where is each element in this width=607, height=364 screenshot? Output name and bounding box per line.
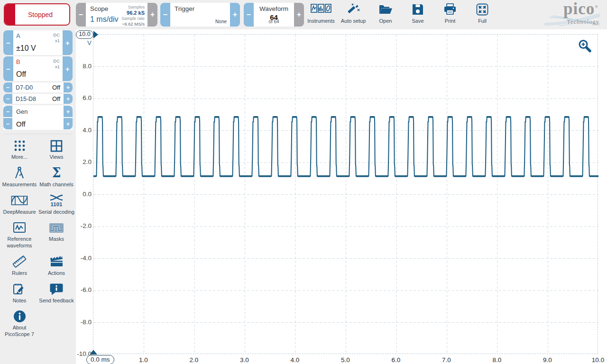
x-tick-label: 1.0 bbox=[129, 356, 159, 364]
channel-b-body[interactable]: B DC x1 Off bbox=[13, 56, 63, 81]
channel-b-increase-button[interactable]: + bbox=[63, 56, 73, 81]
channel-a-axis-arrow-icon bbox=[93, 31, 98, 38]
y-tick-label: -6.0 bbox=[76, 286, 92, 294]
sidebar-tool-label: Actions bbox=[48, 270, 65, 277]
toolbar-label: Auto setup bbox=[341, 18, 366, 24]
channel-a-body[interactable]: A DC x1 ±10 V bbox=[13, 30, 63, 55]
sidebar-tool-about-picoscope-7[interactable]: About PicoScope 7 bbox=[1, 310, 38, 338]
d7-d0-increase-button[interactable]: + bbox=[64, 82, 73, 92]
toolbar-button-full[interactable]: Full bbox=[469, 2, 496, 24]
y-tick-label: -2.0 bbox=[76, 222, 92, 230]
run-state-label: Stopped bbox=[28, 11, 53, 18]
sidebar-tool-label: Math channels bbox=[39, 182, 74, 188]
waveform-previous-button[interactable]: − bbox=[244, 3, 254, 27]
zoom-in-overlay-icon[interactable] bbox=[578, 39, 592, 53]
gen-value-row[interactable]: Off bbox=[12, 118, 64, 130]
d15-d8-body[interactable]: D15-D8 Off bbox=[12, 94, 64, 104]
sidebar-tool-math-channels[interactable]: ΣMath channels bbox=[38, 167, 75, 188]
waveform-panel-body[interactable]: Waveform 64 of 64 bbox=[254, 3, 294, 27]
sidebar-tool-reference-waveforms[interactable]: Reference waveforms bbox=[1, 221, 38, 249]
sidebar-tool-rulers[interactable]: Rulers bbox=[1, 255, 38, 277]
sidebar-tool-label: Send feedback bbox=[39, 298, 74, 304]
sidebar-tool-serial-decoding[interactable]: 1101Serial decoding bbox=[38, 194, 75, 216]
sidebar-tool-measurements[interactable]: Measurements bbox=[1, 167, 38, 188]
toolbar-button-instruments[interactable]: Instruments bbox=[307, 2, 335, 24]
channel-a-axis-marker[interactable]: 10.0 bbox=[76, 30, 93, 39]
trigger-panel-body[interactable]: Trigger None bbox=[170, 3, 230, 27]
waveform-navigator-panel: − Waveform 64 of 64 + bbox=[244, 3, 304, 27]
sidebar-tool-masks[interactable]: Masks bbox=[38, 221, 75, 249]
top-toolbar: Stopped − Scope 1 ms/div Samples 96.2 kS… bbox=[0, 0, 607, 29]
x-tick-label: 3.0 bbox=[230, 356, 260, 364]
gen-label: Gen bbox=[16, 108, 28, 115]
trigger-mode-value: None bbox=[215, 19, 227, 24]
registered-mark: ® bbox=[595, 4, 598, 9]
stop-start-button[interactable]: Stopped bbox=[4, 3, 70, 26]
channel-a-label: A bbox=[16, 32, 20, 39]
time-axis-marker[interactable]: 0.0 ms bbox=[86, 355, 114, 364]
gen-value: Off bbox=[16, 120, 26, 128]
trigger-increase-button[interactable]: + bbox=[230, 3, 240, 27]
time-axis-arrow-icon bbox=[90, 350, 97, 355]
toolbar-button-auto-setup[interactable]: Auto setup bbox=[340, 2, 367, 24]
toolbar-button-print[interactable]: Print bbox=[436, 2, 464, 24]
d15-d8-decrease-button[interactable]: − bbox=[3, 94, 12, 104]
open-icon bbox=[378, 2, 393, 16]
d15-d8-increase-button[interactable]: + bbox=[64, 94, 73, 104]
channel-a-increase-button[interactable]: + bbox=[63, 30, 73, 55]
toolbar-button-open[interactable]: Open bbox=[372, 2, 399, 24]
sidebar-tool-label: DeepMeasure bbox=[3, 209, 36, 216]
timebase-value: 1 ms/div bbox=[90, 15, 119, 24]
samples-value: 96.2 kS bbox=[121, 10, 145, 16]
toolbar-button-save[interactable]: Save bbox=[404, 2, 432, 24]
sidebar-tool-views[interactable]: Views bbox=[38, 139, 75, 161]
gridlines bbox=[93, 35, 598, 355]
gen-decrease-button[interactable]: − bbox=[3, 106, 12, 117]
sidebar-tools-grid: More...ViewsMeasurementsΣMath channelsDe… bbox=[0, 135, 76, 338]
scope-view: 8.06.04.02.00.0-2.0-4.0-6.0-8.0-10.0 1.0… bbox=[76, 29, 607, 364]
trigger-decrease-button[interactable]: − bbox=[160, 3, 170, 27]
sidebar-tool-actions[interactable]: Actions bbox=[38, 255, 75, 277]
scope-panel-body[interactable]: Scope 1 ms/div Samples 96.2 kS Sample ra… bbox=[86, 3, 147, 27]
d7-d0-label: D7-D0 bbox=[16, 84, 33, 91]
waveform-total-label: of 64 bbox=[254, 19, 294, 24]
sample-rate-value: ~9.62 MS/s bbox=[121, 21, 145, 27]
x-tick-label: 9.0 bbox=[533, 356, 563, 364]
y-tick-label: 2.0 bbox=[76, 158, 92, 166]
d7-d0-value: Off bbox=[52, 84, 60, 91]
sidebar-tool-label: Measurements bbox=[2, 182, 37, 188]
y-tick-label: 0.0 bbox=[76, 191, 92, 198]
svg-text:Σ: Σ bbox=[52, 167, 61, 180]
scope-decrease-button[interactable]: − bbox=[76, 3, 86, 27]
channel-a-trace bbox=[93, 35, 598, 355]
sidebar-tool-more[interactable]: More... bbox=[1, 139, 38, 161]
gen-increase-button[interactable]: + bbox=[64, 106, 73, 117]
toolbar-label: Instruments bbox=[307, 18, 334, 24]
sidebar-tool-deepmeasure[interactable]: DeepMeasure bbox=[1, 194, 38, 216]
waveform-next-button[interactable]: + bbox=[294, 3, 304, 27]
math-channels-icon: Σ bbox=[51, 167, 62, 180]
sidebar-tool-label: Masks bbox=[49, 236, 64, 243]
gen-value-increase-button[interactable]: + bbox=[64, 118, 73, 129]
channel-a-decrease-button[interactable]: − bbox=[3, 30, 13, 55]
more-grid-icon bbox=[14, 139, 26, 152]
channel-b-label: B bbox=[16, 58, 20, 65]
reference-waveforms-icon bbox=[13, 221, 26, 234]
d7-d0-body[interactable]: D7-D0 Off bbox=[12, 82, 64, 92]
y-axis-unit-label: V bbox=[79, 39, 92, 46]
sidebar-tool-send-feedback[interactable]: Send feedback bbox=[38, 283, 75, 304]
auto-setup-icon bbox=[346, 2, 360, 16]
deepmeasure-icon bbox=[11, 194, 28, 207]
scope-settings-panel: − Scope 1 ms/div Samples 96.2 kS Sample … bbox=[76, 3, 157, 27]
d7-d0-decrease-button[interactable]: − bbox=[3, 82, 12, 92]
waveform-plot-area[interactable] bbox=[93, 34, 598, 354]
x-axis-origin-value: 0.0 ms bbox=[91, 356, 110, 363]
serial-decoding-icon: 1101 bbox=[48, 194, 65, 207]
scope-increase-button[interactable]: + bbox=[147, 3, 157, 27]
channel-a-panel: − A DC x1 ±10 V + bbox=[3, 30, 73, 55]
sidebar-tool-notes[interactable]: Notes bbox=[1, 283, 38, 304]
gen-value-decrease-button[interactable]: − bbox=[3, 118, 12, 129]
channel-b-decrease-button[interactable]: − bbox=[3, 56, 13, 81]
y-axis-top-value: 10.0 bbox=[79, 31, 90, 37]
gen-label-row[interactable]: Gen bbox=[12, 105, 64, 118]
